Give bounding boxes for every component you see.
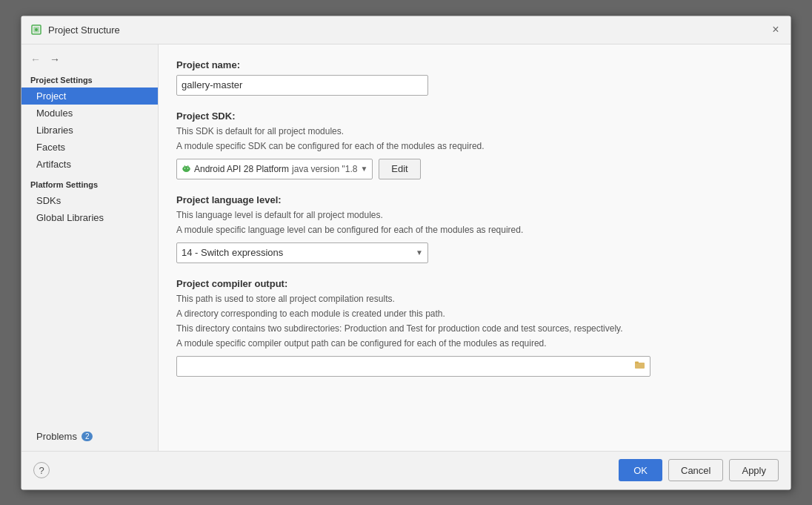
project-name-label: Project name: [176, 59, 773, 70]
project-structure-dialog: Project Structure × ← → Project Settings… [21, 16, 791, 490]
main-content: Project name: Project SDK: This SDK is d… [159, 44, 791, 451]
compiler-output-section: Project compiler output: This path is us… [176, 278, 773, 377]
footer-left: ? [33, 462, 50, 478]
dialog-footer: ? OK Cancel Apply [21, 451, 791, 489]
svg-rect-4 [184, 167, 190, 171]
dialog-body: ← → Project Settings Project Modules Lib… [21, 44, 791, 451]
project-sdk-section: Project SDK: This SDK is default for all… [176, 110, 773, 179]
svg-rect-5 [183, 168, 184, 170]
back-arrow[interactable]: ← [27, 52, 44, 67]
ok-button[interactable]: OK [619, 459, 662, 481]
compiler-output-label: Project compiler output: [176, 278, 773, 289]
folder-icon[interactable] [635, 360, 645, 372]
sidebar-item-label: Modules [36, 108, 73, 119]
language-dropdown[interactable]: 14 - Switch expressions ▼ [176, 242, 428, 263]
apply-button[interactable]: Apply [729, 459, 779, 481]
sdk-dropdown-content: Android API 28 Platform java version "1.… [182, 163, 357, 175]
compiler-info2: A directory corresponding to each module… [176, 307, 773, 320]
svg-rect-11 [635, 363, 645, 369]
language-info2: A module specific language level can be … [176, 223, 773, 237]
close-icon[interactable]: × [770, 24, 782, 36]
sidebar-item-label: SDKs [36, 195, 61, 206]
sidebar-item-label: Project [36, 90, 66, 102]
sidebar-item-facets[interactable]: Facets [21, 139, 158, 156]
compiler-info4: A module specific compiler output path c… [176, 337, 773, 350]
project-name-input[interactable] [176, 75, 428, 96]
dialog-icon [30, 24, 42, 36]
nav-bar: ← → [21, 50, 158, 71]
output-path-input[interactable] [182, 361, 635, 372]
sdk-info1: This SDK is default for all project modu… [176, 125, 773, 138]
forward-arrow[interactable]: → [47, 52, 63, 67]
language-dropdown-arrow: ▼ [416, 248, 423, 257]
problems-badge: 2 [81, 432, 93, 441]
svg-point-8 [187, 168, 188, 168]
problems-label: Problems [36, 431, 77, 442]
sidebar-item-label: Facets [36, 142, 65, 153]
sidebar-item-modules[interactable]: Modules [21, 105, 158, 122]
sidebar-item-problems[interactable]: Problems 2 [21, 428, 158, 445]
sidebar-item-label: Libraries [36, 125, 73, 136]
footer-right: OK Cancel Apply [619, 459, 779, 481]
sidebar-item-libraries[interactable]: Libraries [21, 122, 158, 139]
platform-settings-header: Platform Settings [21, 173, 158, 192]
language-dropdown-text: 14 - Switch expressions [182, 247, 283, 258]
project-name-section: Project name: [176, 59, 773, 96]
sidebar-item-global-libraries[interactable]: Global Libraries [21, 209, 158, 226]
sdk-name-text: Android API 28 Platform [194, 164, 289, 174]
sdk-dropdown[interactable]: Android API 28 Platform java version "1.… [176, 159, 373, 179]
title-bar: Project Structure × [21, 16, 791, 44]
compiler-info3: This directory contains two subdirectori… [176, 322, 773, 335]
sdk-version-text: java version "1.8 [292, 164, 357, 174]
language-info1: This language level is default for all p… [176, 208, 773, 222]
sidebar-item-project[interactable]: Project [21, 88, 158, 105]
svg-point-2 [35, 28, 38, 31]
svg-rect-6 [189, 168, 190, 170]
help-button[interactable]: ? [33, 462, 50, 478]
compiler-info1: This path is used to store all project c… [176, 292, 773, 306]
svg-rect-12 [635, 362, 639, 364]
svg-point-7 [184, 168, 185, 168]
project-sdk-label: Project SDK: [176, 110, 773, 122]
output-path-row [176, 356, 650, 377]
project-settings-header: Project Settings [21, 71, 158, 88]
sdk-dropdown-arrow: ▼ [360, 165, 367, 173]
sidebar-item-artifacts[interactable]: Artifacts [21, 156, 158, 173]
project-language-section: Project language level: This language le… [176, 194, 773, 263]
sdk-row: Android API 28 Platform java version "1.… [176, 159, 773, 179]
android-icon [182, 163, 191, 175]
dialog-title: Project Structure [48, 24, 770, 36]
sidebar-item-label: Global Libraries [36, 212, 104, 223]
cancel-button[interactable]: Cancel [668, 459, 723, 481]
sidebar-item-label: Artifacts [36, 159, 71, 170]
project-language-label: Project language level: [176, 194, 773, 205]
sidebar: ← → Project Settings Project Modules Lib… [21, 44, 159, 451]
sdk-info2: A module specific SDK can be configured … [176, 139, 773, 153]
sidebar-item-sdks[interactable]: SDKs [21, 192, 158, 209]
edit-sdk-button[interactable]: Edit [379, 159, 420, 179]
